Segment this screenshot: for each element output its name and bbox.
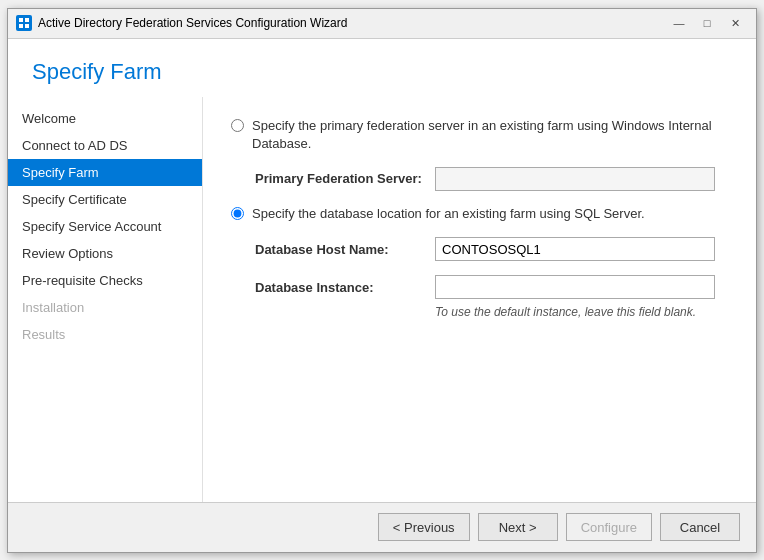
svg-rect-2 [19,24,23,28]
db-instance-label: Database Instance: [255,280,435,295]
sidebar-item-pre-requisite-checks[interactable]: Pre-requisite Checks [8,267,202,294]
sidebar-item-installation: Installation [8,294,202,321]
primary-federation-input[interactable] [435,167,715,191]
option2-row: Specify the database location for an exi… [231,205,728,223]
option1-row: Specify the primary federation server in… [231,117,728,153]
maximize-button[interactable]: □ [694,13,720,33]
sidebar-item-welcome[interactable]: Welcome [8,105,202,132]
wid-radio[interactable] [231,119,244,132]
svg-rect-3 [25,24,29,28]
close-button[interactable]: ✕ [722,13,748,33]
page-title: Specify Farm [8,39,756,97]
sidebar-item-specify-certificate[interactable]: Specify Certificate [8,186,202,213]
footer: < Previous Next > Configure Cancel [8,502,756,552]
primary-federation-row: Primary Federation Server: [255,167,728,191]
previous-button[interactable]: < Previous [378,513,470,541]
configure-button: Configure [566,513,652,541]
main-window: Active Directory Federation Services Con… [7,8,757,553]
sidebar-item-review-options[interactable]: Review Options [8,240,202,267]
next-button[interactable]: Next > [478,513,558,541]
main-body: Welcome Connect to AD DS Specify Farm Sp… [8,97,756,502]
sidebar-item-specify-service-account[interactable]: Specify Service Account [8,213,202,240]
sql-radio[interactable] [231,207,244,220]
db-instance-input[interactable] [435,275,715,299]
svg-rect-0 [19,18,23,22]
main-panel: Specify the primary federation server in… [203,97,756,502]
content-area: Specify Farm Welcome Connect to AD DS Sp… [8,39,756,502]
sidebar-item-specify-farm[interactable]: Specify Farm [8,159,202,186]
cancel-button[interactable]: Cancel [660,513,740,541]
window-controls: — □ ✕ [666,13,748,33]
title-bar: Active Directory Federation Services Con… [8,9,756,39]
db-host-row: Database Host Name: [255,237,728,261]
primary-federation-label: Primary Federation Server: [255,171,435,186]
svg-rect-1 [25,18,29,22]
sidebar: Welcome Connect to AD DS Specify Farm Sp… [8,97,203,502]
sql-label[interactable]: Specify the database location for an exi… [252,205,645,223]
sidebar-item-connect-to-ad-ds[interactable]: Connect to AD DS [8,132,202,159]
db-host-label: Database Host Name: [255,242,435,257]
db-host-input[interactable] [435,237,715,261]
wid-label[interactable]: Specify the primary federation server in… [252,117,728,153]
sidebar-item-results: Results [8,321,202,348]
db-instance-row: Database Instance: [255,275,728,299]
db-instance-hint: To use the default instance, leave this … [255,305,728,319]
app-icon [16,15,32,31]
minimize-button[interactable]: — [666,13,692,33]
window-title: Active Directory Federation Services Con… [38,16,666,30]
